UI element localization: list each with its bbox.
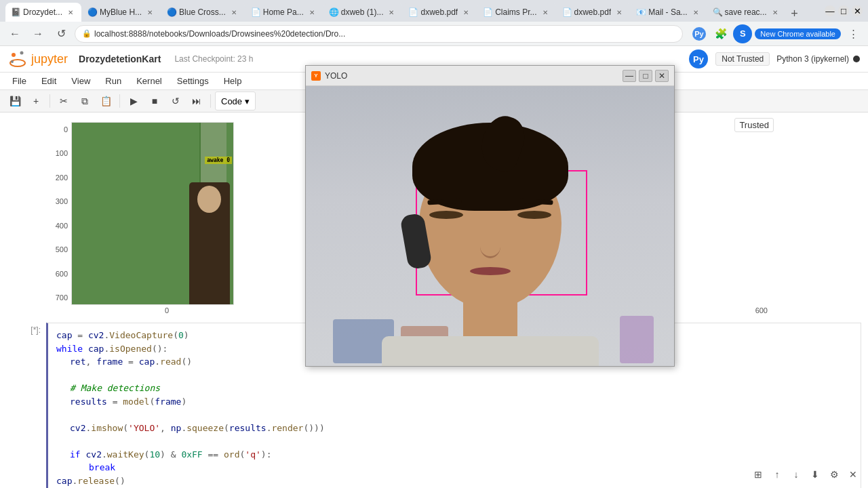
- yolo-close-button[interactable]: ✕: [655, 70, 669, 82]
- scroll-up-button[interactable]: ↑: [769, 466, 785, 483]
- restart-button[interactable]: ↺: [166, 92, 185, 110]
- tab-active[interactable]: 📓 Drozydet... ✕: [5, 3, 81, 22]
- tab-6[interactable]: 📄 dxweb.pdf ✕: [403, 3, 477, 22]
- svg-point-4: [20, 52, 24, 55]
- window-controls: — □ ✕: [825, 5, 863, 16]
- not-trusted-badge[interactable]: Not Trusted: [715, 52, 770, 66]
- x-label-0: 0: [165, 306, 169, 314]
- menu-view[interactable]: View: [64, 74, 97, 88]
- address-bar[interactable]: 🔒 localhost:8888/notebooks/Downloads/Dro…: [75, 25, 683, 43]
- right-eyebrow: [519, 199, 553, 205]
- tab-favicon-3: 🔵: [167, 7, 176, 17]
- add-cell-button[interactable]: +: [26, 92, 45, 110]
- menu-run[interactable]: Run: [98, 74, 128, 88]
- menu-edit[interactable]: Edit: [35, 74, 63, 88]
- stop-button[interactable]: ■: [145, 92, 164, 110]
- yolo-titlebar: Y YOLO — □ ✕: [306, 66, 674, 86]
- tab-8[interactable]: 📄 dxweb.pdf ✕: [557, 3, 631, 22]
- tab-close-8[interactable]: ✕: [614, 7, 625, 18]
- yolo-window: Y YOLO — □ ✕: [305, 65, 675, 367]
- y-label-600: 600: [47, 270, 68, 278]
- cut-button[interactable]: ✂: [54, 92, 73, 110]
- menu-settings[interactable]: Settings: [170, 74, 216, 88]
- tab-9[interactable]: 📧 Mail - Sa... ✕: [631, 3, 706, 22]
- settings-button[interactable]: ⚙: [826, 466, 842, 483]
- code-line-blank1: [56, 369, 852, 382]
- close-panel-button[interactable]: ✕: [845, 466, 861, 483]
- svg-point-3: [12, 53, 16, 57]
- user-profile-button[interactable]: S: [733, 24, 752, 43]
- save-button[interactable]: 💾: [5, 92, 24, 110]
- tab-close-10[interactable]: ✕: [770, 7, 781, 18]
- tab-close-4[interactable]: ✕: [307, 7, 317, 18]
- tab-close-7[interactable]: ✕: [540, 7, 551, 18]
- minimize-button[interactable]: —: [825, 5, 835, 16]
- tab-7[interactable]: 📄 Claims Pr... ✕: [477, 3, 555, 22]
- awake-label: awake 0: [205, 157, 232, 164]
- reload-button[interactable]: ↺: [52, 24, 71, 43]
- code-line-comment: # Make detections: [56, 382, 852, 395]
- tab-favicon-5: 🌐: [329, 7, 338, 17]
- new-chrome-badge[interactable]: New Chrome available: [755, 28, 841, 39]
- cell-type-label: Code: [221, 96, 242, 106]
- tab-label-9: Mail - Sa...: [648, 7, 687, 17]
- person-eyebrows: [427, 199, 553, 204]
- tab-favicon-9: 📧: [636, 7, 646, 17]
- menu-button[interactable]: ⋮: [844, 24, 863, 43]
- close-button[interactable]: ✕: [852, 5, 863, 16]
- tab-5[interactable]: 🌐 dxweb (1)... ✕: [323, 3, 403, 22]
- jupyter-logo: jupyter: [8, 49, 68, 68]
- tab-3[interactable]: 🔵 Blue Cross... ✕: [161, 3, 245, 22]
- extensions-button[interactable]: 🧩: [711, 24, 730, 43]
- chrome-actions: Py 🧩 S New Chrome available ⋮: [690, 24, 863, 43]
- person-shirt: [382, 336, 599, 366]
- tab-close-3[interactable]: ✕: [229, 7, 239, 18]
- user-avatar: S: [733, 24, 752, 43]
- notebook-name[interactable]: DrozydetetionKart: [79, 54, 161, 64]
- tab-close-2[interactable]: ✕: [144, 7, 155, 18]
- menu-help[interactable]: Help: [217, 74, 249, 88]
- paste-button[interactable]: 📋: [96, 92, 115, 110]
- tab-10[interactable]: 🔍 save reac... ✕: [707, 3, 786, 22]
- menu-file[interactable]: File: [5, 74, 33, 88]
- cell-type-dropdown[interactable]: Code ▾: [215, 92, 256, 110]
- kernel-name: Python 3 (ipykernel): [776, 54, 849, 64]
- jupyter-logo-icon: [8, 49, 27, 68]
- tab-4[interactable]: 📄 Home Pa... ✕: [245, 3, 323, 22]
- copy-button[interactable]: ⧉: [75, 92, 94, 110]
- yolo-window-controls: — □ ✕: [623, 70, 669, 82]
- python-logo: Py: [688, 49, 709, 69]
- maximize-button[interactable]: □: [838, 5, 849, 16]
- person-mouth: [470, 267, 511, 275]
- scroll-down-button[interactable]: ↓: [788, 466, 804, 483]
- tab-label-2: MyBlue H...: [100, 7, 142, 17]
- yolo-video-content: drowsy 0.52: [306, 86, 674, 366]
- yolo-minimize-button[interactable]: —: [623, 70, 636, 82]
- python-extension-icon[interactable]: Py: [690, 24, 709, 43]
- tab-close-active[interactable]: ✕: [65, 7, 76, 18]
- tab-close-6[interactable]: ✕: [460, 7, 471, 18]
- left-eyebrow: [427, 199, 461, 205]
- tab-label-8: dxweb.pdf: [574, 7, 612, 17]
- back-button[interactable]: ←: [5, 24, 24, 43]
- y-label-500: 500: [47, 245, 68, 253]
- code-line-imshow: cv2.imshow('YOLO', np.squeeze(results.re…: [56, 422, 852, 435]
- trusted-badge[interactable]: Trusted: [734, 118, 774, 132]
- svg-point-5: [11, 60, 14, 63]
- cell-tools-button[interactable]: ⊞: [750, 466, 766, 483]
- tab-2[interactable]: 🔵 MyBlue H... ✕: [82, 3, 161, 22]
- kernel-status-dot: [853, 56, 860, 62]
- y-label-100: 100: [47, 149, 68, 157]
- restart-run-button[interactable]: ⏭: [187, 92, 206, 110]
- run-button[interactable]: ▶: [124, 92, 143, 110]
- new-tab-button[interactable]: +: [787, 5, 803, 22]
- download-button[interactable]: ⬇: [807, 466, 823, 483]
- tab-close-9[interactable]: ✕: [690, 7, 701, 18]
- tab-close-5[interactable]: ✕: [386, 7, 397, 18]
- tab-label-7: Claims Pr...: [495, 7, 536, 17]
- menu-kernel[interactable]: Kernel: [130, 74, 169, 88]
- yolo-maximize-button[interactable]: □: [639, 70, 652, 82]
- forward-button[interactable]: →: [28, 24, 47, 43]
- code-line-blank2: [56, 408, 852, 422]
- lock-icon: 🔒: [82, 29, 92, 38]
